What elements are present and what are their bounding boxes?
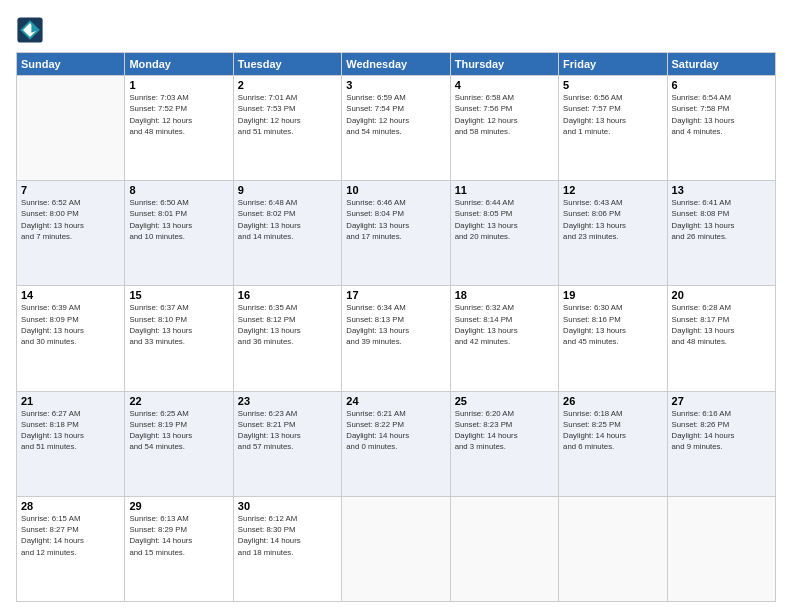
day-number: 29 (129, 500, 228, 512)
day-number: 13 (672, 184, 771, 196)
day-info: Sunrise: 6:48 AM Sunset: 8:02 PM Dayligh… (238, 197, 337, 242)
day-info: Sunrise: 6:35 AM Sunset: 8:12 PM Dayligh… (238, 302, 337, 347)
day-number: 26 (563, 395, 662, 407)
calendar-cell: 26Sunrise: 6:18 AM Sunset: 8:25 PM Dayli… (559, 391, 667, 496)
day-number: 8 (129, 184, 228, 196)
day-info: Sunrise: 6:23 AM Sunset: 8:21 PM Dayligh… (238, 408, 337, 453)
day-info: Sunrise: 6:32 AM Sunset: 8:14 PM Dayligh… (455, 302, 554, 347)
calendar-cell: 23Sunrise: 6:23 AM Sunset: 8:21 PM Dayli… (233, 391, 341, 496)
calendar-header-row: SundayMondayTuesdayWednesdayThursdayFrid… (17, 53, 776, 76)
day-number: 21 (21, 395, 120, 407)
day-number: 19 (563, 289, 662, 301)
calendar-cell: 12Sunrise: 6:43 AM Sunset: 8:06 PM Dayli… (559, 181, 667, 286)
calendar-cell: 18Sunrise: 6:32 AM Sunset: 8:14 PM Dayli… (450, 286, 558, 391)
day-info: Sunrise: 6:20 AM Sunset: 8:23 PM Dayligh… (455, 408, 554, 453)
day-info: Sunrise: 6:12 AM Sunset: 8:30 PM Dayligh… (238, 513, 337, 558)
day-info: Sunrise: 6:58 AM Sunset: 7:56 PM Dayligh… (455, 92, 554, 137)
calendar-cell: 2Sunrise: 7:01 AM Sunset: 7:53 PM Daylig… (233, 76, 341, 181)
day-info: Sunrise: 6:50 AM Sunset: 8:01 PM Dayligh… (129, 197, 228, 242)
day-info: Sunrise: 6:37 AM Sunset: 8:10 PM Dayligh… (129, 302, 228, 347)
day-info: Sunrise: 6:44 AM Sunset: 8:05 PM Dayligh… (455, 197, 554, 242)
day-info: Sunrise: 6:41 AM Sunset: 8:08 PM Dayligh… (672, 197, 771, 242)
calendar-col-monday: Monday (125, 53, 233, 76)
calendar-cell: 17Sunrise: 6:34 AM Sunset: 8:13 PM Dayli… (342, 286, 450, 391)
calendar-cell: 30Sunrise: 6:12 AM Sunset: 8:30 PM Dayli… (233, 496, 341, 601)
calendar-cell: 6Sunrise: 6:54 AM Sunset: 7:58 PM Daylig… (667, 76, 775, 181)
day-number: 5 (563, 79, 662, 91)
calendar-cell: 24Sunrise: 6:21 AM Sunset: 8:22 PM Dayli… (342, 391, 450, 496)
logo (16, 16, 48, 44)
calendar-week-row: 1Sunrise: 7:03 AM Sunset: 7:52 PM Daylig… (17, 76, 776, 181)
day-number: 7 (21, 184, 120, 196)
calendar-cell: 16Sunrise: 6:35 AM Sunset: 8:12 PM Dayli… (233, 286, 341, 391)
day-number: 11 (455, 184, 554, 196)
day-number: 16 (238, 289, 337, 301)
calendar-col-saturday: Saturday (667, 53, 775, 76)
day-number: 18 (455, 289, 554, 301)
day-info: Sunrise: 6:34 AM Sunset: 8:13 PM Dayligh… (346, 302, 445, 347)
calendar-cell: 11Sunrise: 6:44 AM Sunset: 8:05 PM Dayli… (450, 181, 558, 286)
day-info: Sunrise: 6:56 AM Sunset: 7:57 PM Dayligh… (563, 92, 662, 137)
calendar-cell: 15Sunrise: 6:37 AM Sunset: 8:10 PM Dayli… (125, 286, 233, 391)
calendar-col-friday: Friday (559, 53, 667, 76)
day-info: Sunrise: 6:46 AM Sunset: 8:04 PM Dayligh… (346, 197, 445, 242)
calendar-cell: 27Sunrise: 6:16 AM Sunset: 8:26 PM Dayli… (667, 391, 775, 496)
day-number: 24 (346, 395, 445, 407)
day-info: Sunrise: 6:18 AM Sunset: 8:25 PM Dayligh… (563, 408, 662, 453)
header (16, 16, 776, 44)
day-info: Sunrise: 6:16 AM Sunset: 8:26 PM Dayligh… (672, 408, 771, 453)
day-number: 17 (346, 289, 445, 301)
day-info: Sunrise: 6:43 AM Sunset: 8:06 PM Dayligh… (563, 197, 662, 242)
day-info: Sunrise: 6:54 AM Sunset: 7:58 PM Dayligh… (672, 92, 771, 137)
day-number: 2 (238, 79, 337, 91)
calendar-cell (450, 496, 558, 601)
calendar-cell: 21Sunrise: 6:27 AM Sunset: 8:18 PM Dayli… (17, 391, 125, 496)
day-number: 10 (346, 184, 445, 196)
calendar-cell: 7Sunrise: 6:52 AM Sunset: 8:00 PM Daylig… (17, 181, 125, 286)
calendar-cell: 8Sunrise: 6:50 AM Sunset: 8:01 PM Daylig… (125, 181, 233, 286)
calendar-cell: 1Sunrise: 7:03 AM Sunset: 7:52 PM Daylig… (125, 76, 233, 181)
day-number: 20 (672, 289, 771, 301)
calendar-cell: 28Sunrise: 6:15 AM Sunset: 8:27 PM Dayli… (17, 496, 125, 601)
calendar-cell: 9Sunrise: 6:48 AM Sunset: 8:02 PM Daylig… (233, 181, 341, 286)
calendar-cell: 20Sunrise: 6:28 AM Sunset: 8:17 PM Dayli… (667, 286, 775, 391)
day-number: 25 (455, 395, 554, 407)
day-info: Sunrise: 6:28 AM Sunset: 8:17 PM Dayligh… (672, 302, 771, 347)
calendar-cell (17, 76, 125, 181)
day-number: 12 (563, 184, 662, 196)
day-info: Sunrise: 6:39 AM Sunset: 8:09 PM Dayligh… (21, 302, 120, 347)
day-number: 15 (129, 289, 228, 301)
day-info: Sunrise: 7:01 AM Sunset: 7:53 PM Dayligh… (238, 92, 337, 137)
day-number: 27 (672, 395, 771, 407)
calendar-cell (667, 496, 775, 601)
day-number: 23 (238, 395, 337, 407)
day-info: Sunrise: 6:27 AM Sunset: 8:18 PM Dayligh… (21, 408, 120, 453)
calendar-cell: 29Sunrise: 6:13 AM Sunset: 8:29 PM Dayli… (125, 496, 233, 601)
calendar-cell: 14Sunrise: 6:39 AM Sunset: 8:09 PM Dayli… (17, 286, 125, 391)
day-number: 22 (129, 395, 228, 407)
day-info: Sunrise: 6:30 AM Sunset: 8:16 PM Dayligh… (563, 302, 662, 347)
calendar-week-row: 14Sunrise: 6:39 AM Sunset: 8:09 PM Dayli… (17, 286, 776, 391)
day-info: Sunrise: 6:52 AM Sunset: 8:00 PM Dayligh… (21, 197, 120, 242)
day-info: Sunrise: 6:59 AM Sunset: 7:54 PM Dayligh… (346, 92, 445, 137)
calendar-cell: 13Sunrise: 6:41 AM Sunset: 8:08 PM Dayli… (667, 181, 775, 286)
calendar-cell: 25Sunrise: 6:20 AM Sunset: 8:23 PM Dayli… (450, 391, 558, 496)
page: SundayMondayTuesdayWednesdayThursdayFrid… (0, 0, 792, 612)
logo-icon (16, 16, 44, 44)
day-number: 3 (346, 79, 445, 91)
calendar-week-row: 28Sunrise: 6:15 AM Sunset: 8:27 PM Dayli… (17, 496, 776, 601)
day-info: Sunrise: 6:25 AM Sunset: 8:19 PM Dayligh… (129, 408, 228, 453)
day-info: Sunrise: 6:13 AM Sunset: 8:29 PM Dayligh… (129, 513, 228, 558)
day-number: 6 (672, 79, 771, 91)
calendar-week-row: 21Sunrise: 6:27 AM Sunset: 8:18 PM Dayli… (17, 391, 776, 496)
day-number: 30 (238, 500, 337, 512)
day-number: 9 (238, 184, 337, 196)
day-number: 1 (129, 79, 228, 91)
calendar-table: SundayMondayTuesdayWednesdayThursdayFrid… (16, 52, 776, 602)
calendar-col-thursday: Thursday (450, 53, 558, 76)
day-info: Sunrise: 6:21 AM Sunset: 8:22 PM Dayligh… (346, 408, 445, 453)
calendar-col-tuesday: Tuesday (233, 53, 341, 76)
calendar-cell: 5Sunrise: 6:56 AM Sunset: 7:57 PM Daylig… (559, 76, 667, 181)
calendar-cell (342, 496, 450, 601)
day-info: Sunrise: 7:03 AM Sunset: 7:52 PM Dayligh… (129, 92, 228, 137)
